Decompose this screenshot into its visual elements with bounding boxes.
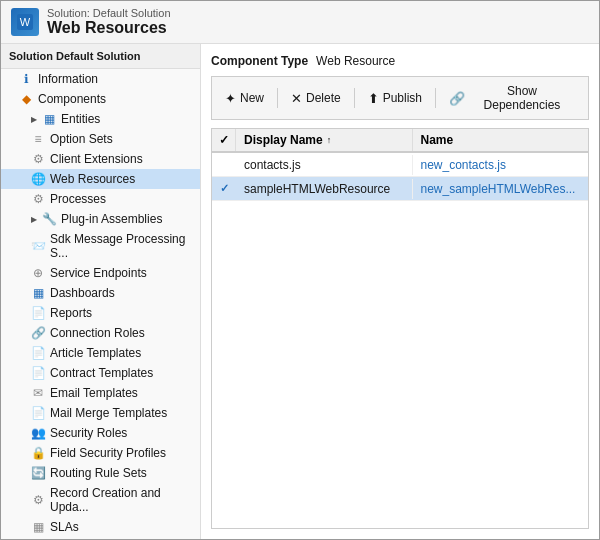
row2-display-name: sampleHTMLWebResource xyxy=(236,179,413,199)
sidebar-label-sdk-message: Sdk Message Processing S... xyxy=(50,232,192,260)
slas-icon: ▦ xyxy=(31,520,45,534)
sidebar-label-components: Components xyxy=(38,92,106,106)
routing-rules-icon: 🔄 xyxy=(31,466,45,480)
sidebar-item-record-creation[interactable]: ⚙ Record Creation and Upda... xyxy=(1,483,200,517)
sidebar-item-entities[interactable]: ▶ ▦ Entities xyxy=(1,109,200,129)
sidebar-label-routing-rules: Routing Rule Sets xyxy=(50,466,147,480)
title-bar: W Solution: Default Solution Web Resourc… xyxy=(1,1,599,44)
sidebar-item-slas[interactable]: ▦ SLAs xyxy=(1,517,200,537)
plugin-icon: 🔧 xyxy=(42,212,56,226)
mail-merge-icon: 📄 xyxy=(31,406,45,420)
sidebar-label-contract-templates: Contract Templates xyxy=(50,366,153,380)
sidebar-label-slas: SLAs xyxy=(50,520,79,534)
sidebar-item-contract-templates[interactable]: 📄 Contract Templates xyxy=(1,363,200,383)
sidebar-item-email-templates[interactable]: ✉ Email Templates xyxy=(1,383,200,403)
row1-check xyxy=(212,162,236,168)
sidebar-label-connection-roles: Connection Roles xyxy=(50,326,145,340)
reports-icon: 📄 xyxy=(31,306,45,320)
service-endpoints-icon: ⊕ xyxy=(31,266,45,280)
sidebar-header: Solution Default Solution xyxy=(1,44,200,69)
sidebar-item-web-resources[interactable]: 🌐 Web Resources xyxy=(1,169,200,189)
row1-display-name: contacts.js xyxy=(236,155,413,175)
publish-icon: ⬆ xyxy=(368,91,379,106)
table-header: ✓ Display Name ↑ Name xyxy=(212,129,588,153)
sidebar-item-routing-rules[interactable]: 🔄 Routing Rule Sets xyxy=(1,463,200,483)
new-label: New xyxy=(240,91,264,105)
svg-text:W: W xyxy=(20,16,31,28)
component-type-value: Web Resource xyxy=(316,54,395,68)
table-row[interactable]: contacts.js new_contacts.js xyxy=(212,153,588,177)
sdk-message-icon: 📨 xyxy=(31,239,45,253)
th-display-name-label: Display Name xyxy=(244,133,323,147)
sidebar-label-mail-merge: Mail Merge Templates xyxy=(50,406,167,420)
sidebar-item-security-roles[interactable]: 👥 Security Roles xyxy=(1,423,200,443)
sidebar-item-mail-merge[interactable]: 📄 Mail Merge Templates xyxy=(1,403,200,423)
sidebar-label-dashboards: Dashboards xyxy=(50,286,115,300)
main-panel: Component Type Web Resource ✦ New ✕ Dele… xyxy=(201,44,599,539)
sidebar: Solution Default Solution ℹ Information … xyxy=(1,44,201,539)
sidebar-label-reports: Reports xyxy=(50,306,92,320)
row1-name[interactable]: new_contacts.js xyxy=(413,155,589,175)
sidebar-item-connection-roles[interactable]: 🔗 Connection Roles xyxy=(1,323,200,343)
field-security-icon: 🔒 xyxy=(31,446,45,460)
sidebar-item-client-extensions[interactable]: ⚙ Client Extensions xyxy=(1,149,200,169)
table-row[interactable]: ✓ sampleHTMLWebResource new_sampleHTMLWe… xyxy=(212,177,588,201)
sidebar-item-reports[interactable]: 📄 Reports xyxy=(1,303,200,323)
sidebar-item-sdk-message[interactable]: 📨 Sdk Message Processing S... xyxy=(1,229,200,263)
connection-roles-icon: 🔗 xyxy=(31,326,45,340)
content-area: Solution Default Solution ℹ Information … xyxy=(1,44,599,539)
plugin-expand-icon: ▶ xyxy=(31,215,37,224)
th-name[interactable]: Name xyxy=(413,129,589,151)
sidebar-label-information: Information xyxy=(38,72,98,86)
new-button[interactable]: ✦ New xyxy=(216,87,273,110)
sidebar-item-information[interactable]: ℹ Information xyxy=(1,69,200,89)
component-type-label: Component Type xyxy=(211,54,308,68)
publish-label: Publish xyxy=(383,91,422,105)
article-templates-icon: 📄 xyxy=(31,346,45,360)
main-window: W Solution: Default Solution Web Resourc… xyxy=(0,0,600,540)
sidebar-item-option-sets[interactable]: ≡ Option Sets xyxy=(1,129,200,149)
sort-icon: ↑ xyxy=(327,135,332,145)
components-icon: ◆ xyxy=(19,92,33,106)
app-icon: W xyxy=(11,8,39,36)
th-name-label: Name xyxy=(421,133,454,147)
data-table: ✓ Display Name ↑ Name contacts.js new_co… xyxy=(211,128,589,529)
row2-check: ✓ xyxy=(212,179,236,198)
th-check: ✓ xyxy=(212,129,236,151)
sidebar-label-security-roles: Security Roles xyxy=(50,426,127,440)
publish-button[interactable]: ⬆ Publish xyxy=(359,87,431,110)
email-templates-icon: ✉ xyxy=(31,386,45,400)
sidebar-label-option-sets: Option Sets xyxy=(50,132,113,146)
sidebar-item-dashboards[interactable]: ▦ Dashboards xyxy=(1,283,200,303)
delete-icon: ✕ xyxy=(291,91,302,106)
sidebar-item-plugin-assemblies[interactable]: ▶ 🔧 Plug-in Assemblies xyxy=(1,209,200,229)
toolbar-separator-3 xyxy=(435,88,436,108)
toolbar-separator-2 xyxy=(354,88,355,108)
contract-templates-icon: 📄 xyxy=(31,366,45,380)
row2-name[interactable]: new_sampleHTMLWebRes... xyxy=(413,179,589,199)
toolbar-separator-1 xyxy=(277,88,278,108)
sidebar-item-article-templates[interactable]: 📄 Article Templates xyxy=(1,343,200,363)
entities-icon: ▦ xyxy=(42,112,56,126)
processes-icon: ⚙ xyxy=(31,192,45,206)
sidebar-label-record-creation: Record Creation and Upda... xyxy=(50,486,192,514)
sidebar-label-web-resources: Web Resources xyxy=(50,172,135,186)
option-sets-icon: ≡ xyxy=(31,132,45,146)
sidebar-label-entities: Entities xyxy=(61,112,100,126)
client-extensions-icon: ⚙ xyxy=(31,152,45,166)
sidebar-item-components[interactable]: ◆ Components xyxy=(1,89,200,109)
sidebar-item-field-security[interactable]: 🔒 Field Security Profiles xyxy=(1,443,200,463)
show-dep-icon: 🔗 xyxy=(449,91,465,106)
sidebar-item-processes[interactable]: ⚙ Processes xyxy=(1,189,200,209)
solution-label: Solution: Default Solution xyxy=(47,7,171,19)
sidebar-label-plugin-assemblies: Plug-in Assemblies xyxy=(61,212,162,226)
th-display-name[interactable]: Display Name ↑ xyxy=(236,129,413,151)
show-dep-label: Show Dependencies xyxy=(469,84,575,112)
component-type-bar: Component Type Web Resource xyxy=(211,54,589,68)
sidebar-label-email-templates: Email Templates xyxy=(50,386,138,400)
sidebar-label-client-extensions: Client Extensions xyxy=(50,152,143,166)
security-roles-icon: 👥 xyxy=(31,426,45,440)
show-dependencies-button[interactable]: 🔗 Show Dependencies xyxy=(440,80,584,116)
delete-button[interactable]: ✕ Delete xyxy=(282,87,350,110)
sidebar-item-service-endpoints[interactable]: ⊕ Service Endpoints xyxy=(1,263,200,283)
